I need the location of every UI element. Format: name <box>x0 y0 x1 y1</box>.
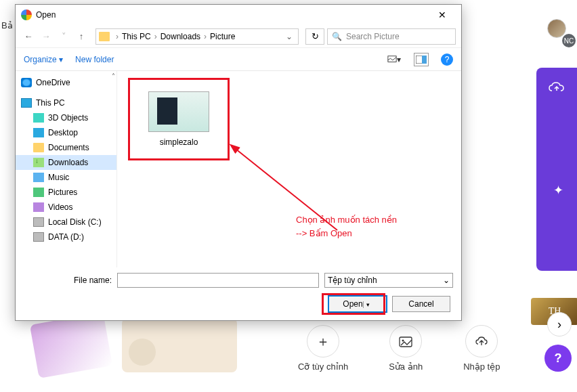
tree-item-onedrive[interactable]: OneDrive <box>16 75 116 90</box>
action-label: Cỡ tùy chỉnh <box>298 362 348 372</box>
tree-item-3dobjects[interactable]: 3D Objects <box>16 110 116 125</box>
breadcrumb[interactable]: › This PC › Downloads › Picture ⌄ <box>95 28 299 45</box>
help-button[interactable]: ? <box>441 53 453 66</box>
filetype-select[interactable]: Tệp tùy chỉnh⌄ <box>324 273 453 288</box>
refresh-button[interactable]: ↻ <box>305 28 324 45</box>
edit-image-button[interactable] <box>389 325 422 357</box>
folder-tree: ˄ OneDrive This PC 3D Objects Desktop Do… <box>16 71 117 267</box>
thumbnail-card[interactable] <box>30 312 112 378</box>
organize-menu[interactable]: Organize ▾ <box>24 55 63 64</box>
cloud-upload-icon[interactable] <box>536 81 577 99</box>
back-button[interactable]: ← <box>21 29 36 44</box>
recent-locations-button[interactable]: ˅ <box>56 29 71 44</box>
tree-item-pictures[interactable]: Pictures <box>16 185 116 200</box>
chevron-down-icon[interactable]: ⌄ <box>283 32 295 41</box>
svg-rect-4 <box>422 56 427 64</box>
close-button[interactable]: ✕ <box>429 9 456 20</box>
tree-item-documents[interactable]: Documents <box>16 140 116 155</box>
breadcrumb-segment[interactable]: Picture <box>210 32 235 41</box>
next-button[interactable]: › <box>547 312 572 336</box>
thumbnail-card[interactable] <box>122 318 237 372</box>
search-input[interactable]: 🔍 Search Picture <box>327 28 456 45</box>
tree-item-datadisk[interactable]: DATA (D:) <box>16 230 116 244</box>
background-truncated-text: Bả <box>1 20 13 30</box>
help-fab-button[interactable]: ? <box>544 345 572 372</box>
breadcrumb-segment[interactable]: Downloads <box>161 32 200 41</box>
file-list-area[interactable]: simplezalo Chọn ảnh muốn tách nền --> Bấ… <box>117 71 461 267</box>
user-avatar[interactable]: NC <box>547 19 572 43</box>
svg-point-1 <box>402 340 404 342</box>
file-thumbnail[interactable] <box>148 91 209 132</box>
forward-button: → <box>39 29 54 44</box>
filename-input[interactable] <box>117 273 319 288</box>
search-icon: 🔍 <box>332 32 342 41</box>
sparkle-icon: ✦ <box>553 183 563 198</box>
tree-item-downloads[interactable]: Downloads <box>16 155 116 170</box>
tree-item-desktop[interactable]: Desktop <box>16 125 116 140</box>
file-name-label[interactable]: simplezalo <box>160 137 198 147</box>
breadcrumb-segment[interactable]: This PC <box>122 32 151 41</box>
chrome-icon <box>21 9 32 20</box>
custom-size-button[interactable]: ＋ <box>307 325 339 357</box>
up-button[interactable]: ↑ <box>74 29 89 44</box>
folder-icon <box>99 32 110 41</box>
action-label: Nhập tệp <box>463 362 500 372</box>
view-thumbnails-button[interactable]: ▾ <box>387 53 402 66</box>
search-placeholder: Search Picture <box>346 32 400 41</box>
dialog-title: Open <box>36 10 429 20</box>
new-folder-button[interactable]: New folder <box>75 55 114 64</box>
preview-pane-button[interactable] <box>414 53 429 66</box>
tree-item-thispc[interactable]: This PC <box>16 95 116 110</box>
open-button[interactable]: Open▾ <box>328 296 387 312</box>
open-file-dialog: Open ✕ ← → ˅ ↑ › This PC › Downloads › P… <box>15 4 462 321</box>
filename-label: File name: <box>24 276 112 285</box>
import-file-button[interactable] <box>465 325 498 357</box>
action-label: Sửa ảnh <box>389 362 423 372</box>
avatar-initials-badge: NC <box>562 34 576 47</box>
annotation-highlight-box: simplezalo <box>128 78 230 160</box>
annotation-text: Chọn ảnh muốn tách nền --> Bấm Open <box>296 213 397 240</box>
cancel-button[interactable]: Cancel <box>392 296 450 312</box>
tree-item-music[interactable]: Music <box>16 170 116 185</box>
side-panel: ✦ <box>536 68 577 271</box>
tree-item-localdisk[interactable]: Local Disk (C:) <box>16 215 116 230</box>
tree-item-videos[interactable]: Videos <box>16 200 116 215</box>
scroll-up-icon[interactable]: ˄ <box>112 72 115 80</box>
